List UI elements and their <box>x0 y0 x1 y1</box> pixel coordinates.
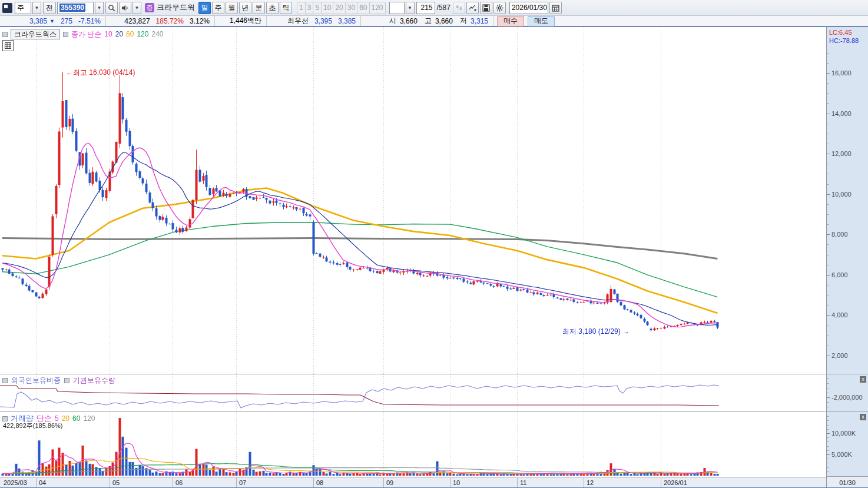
axis-tick <box>827 459 829 459</box>
candle-count-input[interactable]: 215 <box>416 2 435 14</box>
month-label-07: 07 <box>236 478 246 487</box>
interval-button-30[interactable]: 30 <box>345 2 357 14</box>
institution-indicator-square[interactable] <box>64 378 69 383</box>
period-button-주[interactable]: 주 <box>212 2 224 14</box>
axis-tick <box>827 234 830 235</box>
legend-ma20[interactable]: 20 <box>115 30 123 38</box>
best-label: 최우선 <box>287 16 309 26</box>
ownership-legend: 외국인보유비중 기관보유수량 <box>2 376 115 386</box>
interval-button-1[interactable]: 1 <box>297 2 305 14</box>
month-label-2026-01: 2026/01 <box>661 478 687 487</box>
save-icon[interactable] <box>480 2 492 14</box>
period-button-분[interactable]: 분 <box>253 2 265 14</box>
empty-select[interactable] <box>389 2 405 14</box>
calendar-icon[interactable] <box>549 2 562 14</box>
interval-button-120[interactable]: 120 <box>369 2 386 14</box>
sell-button[interactable]: 매도 <box>528 16 555 26</box>
axis-tick <box>827 425 829 426</box>
axis-tick <box>827 73 830 74</box>
axis-tick <box>827 393 829 393</box>
candle-total-label: /587 <box>437 4 450 12</box>
chart-region: 크라우드웍스 종가 단순 10 20 60 120 240 ←최고 16,030… <box>0 27 868 488</box>
axis-tick <box>827 416 829 417</box>
legend-ma240[interactable]: 240 <box>151 30 163 38</box>
date-axis: 2025/030405060708091011122026/01 <box>0 477 826 487</box>
legend-vol-ma20[interactable]: 20 <box>62 414 69 423</box>
volume-value: 423,827 <box>124 17 150 25</box>
period-button-일[interactable]: 일 <box>198 2 211 14</box>
axis-tick <box>827 429 829 430</box>
search-icon[interactable] <box>105 2 118 14</box>
axis-tick <box>827 454 830 455</box>
month-label-04: 04 <box>36 478 46 487</box>
axis-corner-date: 01/30 <box>827 477 868 488</box>
buy-button[interactable]: 매수 <box>497 16 524 26</box>
month-label-09: 09 <box>383 478 393 487</box>
stock-code-dropdown-arrow[interactable]: ▼ <box>95 2 104 14</box>
axis-tick <box>827 305 829 306</box>
interval-button-5[interactable]: 5 <box>313 2 321 14</box>
stock-name-tab[interactable]: 크라우드웍스 <box>11 29 60 39</box>
down-arrow-icon: ▼ <box>49 18 55 24</box>
axis-tick <box>827 275 830 275</box>
axis-tick <box>827 446 829 447</box>
period-button-초[interactable]: 초 <box>266 2 279 14</box>
legend-vol-ma60[interactable]: 60 <box>72 414 80 423</box>
speaker-dropdown-arrow[interactable]: ▼ <box>132 2 141 14</box>
interval-button-20[interactable]: 20 <box>333 2 344 14</box>
value-axis-column: LC:6.45 HC:-78.88 16,00014,00012,00010,0… <box>826 27 868 488</box>
period-button-틱[interactable]: 틱 <box>280 2 292 14</box>
low-label: 저 <box>460 16 467 26</box>
legend-ma60[interactable]: 60 <box>126 30 134 38</box>
date-input[interactable]: 2026/01/30 <box>509 2 548 14</box>
panel-indicator-square[interactable] <box>2 32 8 37</box>
speaker-icon[interactable] <box>119 2 131 14</box>
volume-chart-canvas[interactable] <box>0 412 826 477</box>
prev-stock-button[interactable]: 전 <box>43 2 56 14</box>
price-tick-4000: 4,000 <box>831 311 848 318</box>
legend-ma10[interactable]: 10 <box>104 30 112 38</box>
empty-select-arrow[interactable]: ▼ <box>406 2 415 14</box>
chart-type-select[interactable]: 주 <box>15 2 31 14</box>
axis-tick <box>827 244 829 245</box>
period-button-월[interactable]: 월 <box>226 2 238 14</box>
close-ownership-panel-icon[interactable]: x <box>860 376 866 383</box>
gear-icon[interactable] <box>493 2 506 14</box>
month-label-11: 11 <box>517 478 526 487</box>
ownership-axis[interactable]: x -2,000,000 <box>827 374 868 412</box>
price-axis[interactable]: LC:6.45 HC:-78.88 16,00014,00012,00010,0… <box>827 27 868 374</box>
close-volume-panel-icon[interactable]: x <box>860 414 866 420</box>
open-label: 시 <box>389 16 396 26</box>
chart-tool-icon[interactable] <box>466 2 479 14</box>
best-quote-cell: 최우선 3,395 3,385 <box>267 16 361 26</box>
month-label-05: 05 <box>110 478 120 487</box>
legend-indicator-square[interactable] <box>63 32 68 37</box>
axis-tick <box>827 184 829 185</box>
hc-value: HC:-78.88 <box>829 36 859 45</box>
quote-infobar: 3,385 ▼ 275 -7.51% 423,827 185.72% 3.12%… <box>0 16 868 27</box>
price-chart-canvas[interactable] <box>0 27 826 374</box>
volume-indicator-square[interactable] <box>2 416 8 421</box>
volume-tick-5000: 5,000K <box>831 451 852 458</box>
chart-type-dropdown-arrow[interactable]: ▼ <box>32 2 41 14</box>
axis-tick <box>827 53 829 54</box>
window-panel-icon[interactable] <box>2 3 12 13</box>
legend-ma120[interactable]: 120 <box>137 30 148 38</box>
axis-tick <box>827 224 829 225</box>
interval-button-10[interactable]: 10 <box>321 2 333 14</box>
axis-tick <box>827 144 829 144</box>
legend-foreign-ratio: 외국인보유비중 <box>11 376 61 386</box>
axis-tick <box>827 315 830 316</box>
interval-button-60[interactable]: 60 <box>357 2 369 14</box>
stock-code-value: 355390 <box>59 4 85 12</box>
period-button-년[interactable]: 년 <box>239 2 251 14</box>
volume-axis[interactable]: x 10,000K5,000K <box>827 412 868 477</box>
ownership-chart-canvas[interactable] <box>0 374 826 411</box>
axis-tick <box>827 255 829 255</box>
high-point-annotation: ←최고 16,030 (04/14) <box>66 68 135 78</box>
legend-vol-ma120[interactable]: 120 <box>83 414 95 423</box>
stock-code-input[interactable]: 355390 <box>57 2 94 14</box>
foreign-indicator-square[interactable] <box>2 378 8 383</box>
interval-button-3[interactable]: 3 <box>305 2 313 14</box>
grid-table-icon[interactable] <box>2 40 14 51</box>
